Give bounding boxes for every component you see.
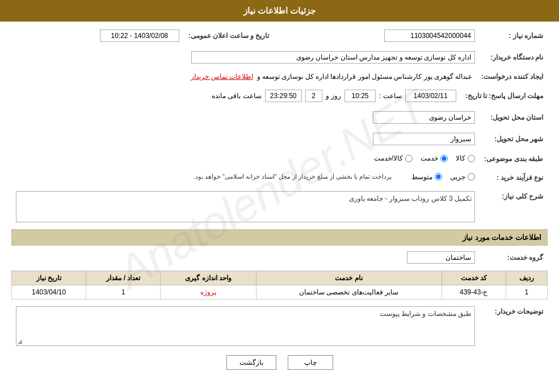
reply-time-value: 10:25 — [344, 90, 376, 102]
info-table-category: طبقه بندی موضوعی: کالا خدمت — [11, 152, 548, 166]
category-both-label: کالا/خدمت — [374, 154, 403, 162]
col-unit: واحد اندازه گیری — [161, 271, 256, 285]
col-name: نام خدمت — [256, 271, 442, 285]
need-summary-box: تکمیل 3 کلاس روداب سبزوار - جامعه یاوری — [16, 191, 475, 222]
need-number-value: 1103004542000044 — [384, 29, 475, 42]
cell-name: سایر فعالیت‌های تخصصی ساختمان — [256, 285, 442, 300]
purchase-medium-label: متوسط — [411, 173, 432, 181]
page-header: جزئیات اطلاعات نیاز — [0, 0, 559, 22]
cell-unit: پروژه — [161, 285, 256, 300]
city-label: شهر محل تحویل: — [480, 130, 548, 147]
need-summary-value: تکمیل 3 کلاس روداب سبزوار - جامعه یاوری — [349, 195, 472, 203]
buyer-desc-label: توضیحات خریدار: — [480, 304, 548, 348]
need-summary-label: شرح کلی نیاز: — [480, 189, 548, 225]
category-goods-label: کالا — [456, 154, 465, 162]
services-table: ردیف کد خدمت نام خدمت واحد اندازه گیری ت… — [11, 271, 548, 300]
table-row: 1 ج-43-439 سایر فعالیت‌های تخصصی ساختمان… — [12, 285, 548, 300]
reply-days-label: روز و — [326, 92, 341, 100]
category-radio-group: کالا خدمت کالا/خدمت — [374, 154, 475, 162]
creator-value: عبداله گوهری پور کارشناس مسئول امور قرار… — [257, 73, 473, 81]
creator-label: ایجاد کننده درخواست: — [477, 70, 548, 83]
reply-remaining-label: ساعت باقی مانده — [212, 92, 262, 100]
info-table-purchase-type: نوع فرآیند خرید : جزیی متوسط پرداخت تمام — [11, 171, 548, 185]
buyer-org-value: اداره کل نوسازی توسعه و تجهیز مدارس استا… — [191, 51, 475, 64]
buyer-org-label: نام دستگاه خریدار: — [480, 49, 548, 66]
info-table-deadline: مهلت ارسال پاسخ: تا تاریخ: 1403/02/11 سا… — [11, 87, 548, 104]
radio-goods[interactable]: کالا — [456, 154, 475, 162]
col-date: تاریخ نیاز — [12, 271, 86, 285]
info-table-buyer-desc: توضیحات خریدار: طبق مشخصات و شرایط پیوست… — [11, 304, 548, 348]
info-table-province: استان محل تحویل: خراسان رضوی — [11, 109, 548, 126]
purchase-type-radio-group: جزیی متوسط پرداخت تمام یا بخشی از مبلغ خ… — [194, 173, 475, 181]
service-group-label: گروه خدمت: — [480, 249, 548, 266]
buyer-desc-value: طبق مشخصات و شرایط پیوست — [380, 310, 472, 318]
print-button[interactable]: چاپ — [288, 355, 333, 370]
info-table-summary: شرح کلی نیاز: تکمیل 3 کلاس روداب سبزوار … — [11, 189, 548, 225]
purchase-partial-label: جزیی — [450, 173, 465, 181]
province-value: خراسان رضوی — [373, 111, 475, 124]
info-table-creator: ایجاد کننده درخواست: عبداله گوهری پور کا… — [11, 70, 548, 83]
service-group-value: ساختمان — [407, 251, 475, 264]
page-title: جزئیات اطلاعات نیاز — [243, 6, 316, 15]
city-value: سبزوار — [373, 133, 475, 145]
radio-both[interactable]: کالا/خدمت — [374, 154, 413, 162]
radio-medium[interactable]: متوسط — [411, 173, 442, 181]
announcement-date-label: تاریخ و ساعت اعلان عمومی: — [184, 27, 274, 44]
radio-partial[interactable]: جزیی — [450, 173, 475, 181]
radio-service[interactable]: خدمت — [421, 154, 448, 162]
info-table-service-group: گروه خدمت: ساختمان — [11, 249, 548, 266]
info-table-city: شهر محل تحویل: سبزوار — [11, 130, 548, 147]
info-table-top: شماره نیاز : 1103004542000044 تاریخ و سا… — [11, 27, 548, 44]
cell-date: 1403/04/10 — [12, 285, 86, 300]
purchase-type-label: نوع فرآیند خرید : — [480, 171, 548, 185]
announcement-date-value: 1403/02/08 - 10:22 — [100, 29, 179, 42]
reply-days-value: 2 — [305, 90, 322, 102]
col-code: کد خدمت — [442, 271, 506, 285]
cell-code: ج-43-439 — [442, 285, 506, 300]
purchase-notice: پرداخت تمام یا بخشی از مبلغ خریدار از مح… — [194, 173, 392, 180]
reply-time-label: ساعت : — [379, 92, 402, 100]
button-row: چاپ بازگشت — [11, 355, 548, 370]
resize-icon: ◢ — [18, 338, 22, 344]
col-quantity: تعداد / مقدار — [86, 271, 161, 285]
info-table-buyer: نام دستگاه خریدار: اداره کل نوسازی توسعه… — [11, 49, 548, 66]
services-section-header: اطلاعات خدمات مورد نیاز — [11, 229, 548, 246]
cell-quantity: 1 — [86, 285, 161, 300]
creator-contact-link[interactable]: اطلاعات تماس خریدار — [191, 73, 253, 81]
need-number-label: شماره نیاز : — [480, 27, 548, 44]
services-section-label: اطلاعات خدمات مورد نیاز — [463, 233, 541, 242]
category-label: طبقه بندی موضوعی: — [480, 152, 548, 166]
reply-deadline-label: مهلت ارسال پاسخ: تا تاریخ: — [461, 87, 548, 104]
cell-row: 1 — [506, 285, 547, 300]
col-row: ردیف — [506, 271, 547, 285]
category-service-label: خدمت — [421, 154, 438, 162]
province-label: استان محل تحویل: — [480, 109, 548, 126]
back-button[interactable]: بازگشت — [226, 355, 276, 370]
reply-remaining-value: 23:29:50 — [265, 90, 302, 102]
reply-date-value: 1403/02/11 — [405, 90, 456, 102]
buyer-desc-box: طبق مشخصات و شرایط پیوست ◢ — [16, 306, 475, 346]
